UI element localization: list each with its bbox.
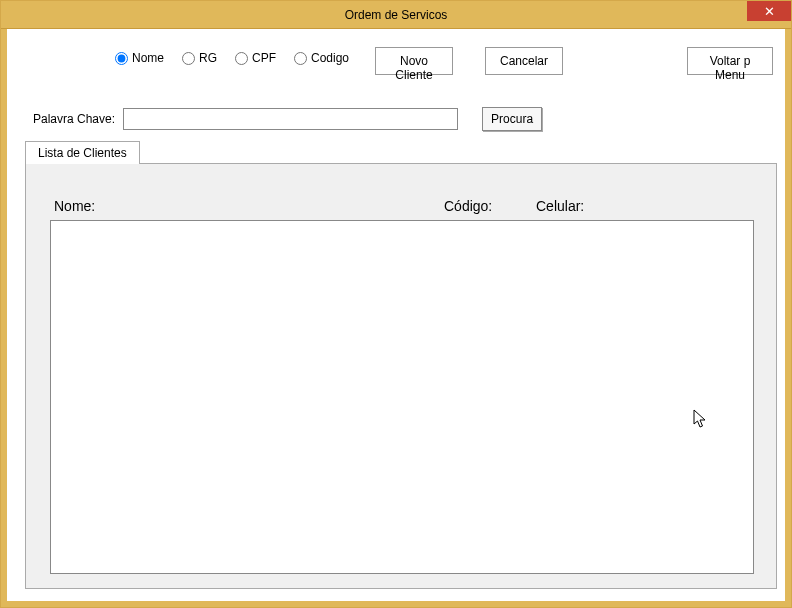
radio-nome-label: Nome	[132, 51, 164, 65]
column-headers: Nome: Código: Celular:	[54, 198, 748, 214]
voltar-menu-button[interactable]: Voltar p Menu	[687, 47, 773, 75]
content-frame: Nome RG CPF Codigo Novo C	[1, 29, 791, 607]
cancelar-button[interactable]: Cancelar	[485, 47, 563, 75]
tab-header: Lista de Clientes	[25, 141, 777, 164]
radio-rg[interactable]: RG	[182, 51, 217, 65]
close-button[interactable]: ✕	[747, 1, 791, 21]
search-type-radio-group: Nome RG CPF Codigo	[115, 51, 349, 65]
content-area: Nome RG CPF Codigo Novo C	[7, 29, 785, 601]
radio-cpf-input[interactable]	[235, 52, 248, 65]
tab-container: Lista de Clientes Nome: Código: Celular:	[25, 141, 777, 591]
radio-cpf[interactable]: CPF	[235, 51, 276, 65]
window-title: Ordem de Servicos	[345, 8, 448, 22]
search-label: Palavra Chave:	[33, 112, 115, 126]
radio-rg-label: RG	[199, 51, 217, 65]
procura-button[interactable]: Procura	[482, 107, 542, 131]
radio-nome-input[interactable]	[115, 52, 128, 65]
novo-cliente-button[interactable]: Novo Cliente	[375, 47, 453, 75]
tab-body: Nome: Código: Celular:	[25, 163, 777, 589]
titlebar[interactable]: Ordem de Servicos ✕	[1, 1, 791, 29]
radio-codigo-input[interactable]	[294, 52, 307, 65]
column-celular-header: Celular:	[536, 198, 748, 214]
column-nome-header: Nome:	[54, 198, 444, 214]
tab-lista-clientes[interactable]: Lista de Clientes	[25, 141, 140, 164]
window-frame: Ordem de Servicos ✕ Nome RG	[0, 0, 792, 608]
radio-nome[interactable]: Nome	[115, 51, 164, 65]
radio-rg-input[interactable]	[182, 52, 195, 65]
radio-cpf-label: CPF	[252, 51, 276, 65]
column-codigo-header: Código:	[444, 198, 536, 214]
radio-codigo[interactable]: Codigo	[294, 51, 349, 65]
search-row: Palavra Chave: Procura	[33, 107, 542, 131]
close-icon: ✕	[764, 4, 775, 19]
data-listbox[interactable]	[50, 220, 754, 574]
search-input[interactable]	[123, 108, 458, 130]
radio-codigo-label: Codigo	[311, 51, 349, 65]
